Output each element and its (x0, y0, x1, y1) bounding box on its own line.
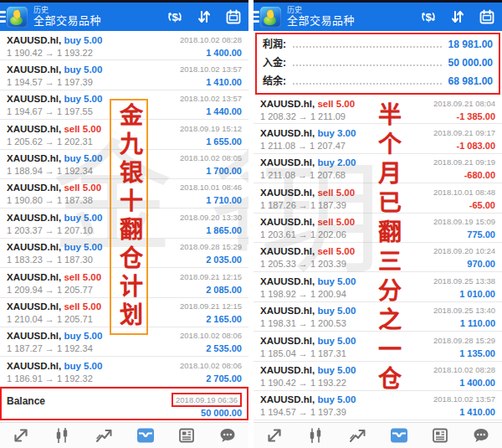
summary-value: 18 981.00 (448, 39, 493, 50)
messages-icon[interactable] (218, 426, 237, 445)
calendar-icon[interactable] (225, 8, 242, 25)
trade-symbol: XAUUSD.hl, (7, 183, 61, 193)
trade-datetime: 2018.09.28 15:29 (180, 240, 242, 254)
quotes-icon[interactable] (12, 426, 30, 445)
trade-side-volume: sell 5.00 (317, 246, 355, 256)
balance-amount: 50 000.00 (172, 408, 242, 418)
trade-side-volume: buy 5.00 (317, 276, 356, 286)
trade-symbol: XAUUSD.hl, (260, 217, 315, 227)
summary-label: 结余: (263, 73, 286, 87)
trade-profit: 1 410.00 (180, 76, 242, 89)
messages-icon[interactable] (472, 426, 490, 445)
trade-result: 2018.10.02 13:57 1 410.00 (180, 63, 242, 90)
trade-prices: 1 211.08 → 1 207.47 (260, 140, 356, 152)
trade-info: XAUUSD.hl, sell 5.00 1 187.26 → 1 187.39 (260, 186, 355, 213)
trade-symbol: XAUUSD.hl, (7, 331, 61, 341)
trade-info: XAUUSD.hl, buy 5.00 1 190.42 → 1 193.22 (7, 33, 102, 60)
calendar-icon[interactable] (479, 8, 495, 25)
trade-side-volume: sell 5.00 (317, 188, 355, 198)
table-row-trade[interactable]: XAUUSD.hl, buy 5.00 1 186.91 → 1 192.32 … (0, 357, 248, 386)
svg-text:$: $ (172, 11, 178, 23)
annotation-vertical-text: 半个月已翻三分之一仓 (376, 102, 399, 395)
table-row-trade[interactable]: XAUUSD.hl, buy 5.00 1 194.57 → 1 197.39 … (0, 60, 248, 90)
currency-exchange-icon[interactable]: $ (420, 8, 437, 25)
trade-prices: 1 190.80 → 1 187.38 (7, 194, 101, 207)
trade-info: XAUUSD.hl, buy 5.00 1 186.91 → 1 192.32 (7, 359, 102, 386)
trade-prices: 1 203.61 → 1 202.06 (260, 229, 355, 241)
trade-side-volume: sell 5.00 (64, 272, 101, 282)
history-icon[interactable] (136, 426, 154, 445)
trade-profit: 1 010.00 (433, 288, 495, 301)
balance-datetime: 2018.09.19 06:36 (172, 393, 242, 407)
trade-info: XAUUSD.hl, buy 3.00 1 211.08 → 1 207.47 (260, 126, 356, 153)
trade-side-volume: buy 5.00 (317, 394, 356, 404)
trade-side-volume: buy 5.00 (317, 306, 356, 316)
news-icon[interactable] (431, 426, 449, 445)
trade-result: 2018.09.19 15:12 1 655.00 (180, 122, 242, 149)
trade-datetime: 2018.10.02 13:57 (433, 393, 495, 406)
trade-datetime: 2018.09.21 12:15 (180, 300, 242, 313)
summary-value: 50 000.00 (448, 57, 493, 69)
news-icon[interactable] (177, 426, 196, 445)
trade-symbol: XAUUSD.hl, (260, 336, 315, 346)
trade-symbol: XAUUSD.hl, (7, 361, 61, 371)
trade-profit: -1 385.00 (433, 111, 495, 123)
table-row-trade[interactable]: XAUUSD.hl, buy 5.00 1 190.42 → 1 193.22 … (0, 31, 248, 60)
trade-side-volume: buy 5.00 (64, 94, 102, 104)
charts-icon[interactable] (306, 426, 325, 445)
trade-prices: 1 208.32 → 1 211.09 (260, 111, 355, 123)
trade-datetime: 2018.10.02 08:28 (433, 363, 495, 377)
trade-result: 2018.09.21 09:17 -1 083.00 (433, 126, 495, 153)
trade-icon[interactable] (95, 426, 113, 445)
trade-datetime: 2018.10.02 08:06 (180, 359, 242, 373)
trade-profit: 2 085.00 (180, 284, 242, 296)
trade-info: XAUUSD.hl, buy 5.00 1 185.04 → 1 187.31 (260, 334, 356, 361)
table-row-trade[interactable]: XAUUSD.hl, buy 5.00 1 194.57 → 1 197.39 … (254, 391, 502, 420)
trade-icon[interactable] (348, 426, 366, 445)
header-icon-strip: $ (166, 8, 248, 25)
quotes-icon[interactable] (265, 426, 284, 445)
trade-side-volume: buy 5.00 (64, 64, 102, 75)
header-titles: 历史 全部交易品种 (33, 7, 101, 27)
charts-icon[interactable] (53, 426, 71, 445)
trade-side-volume: buy 5.00 (64, 153, 102, 163)
hamburger-menu-icon[interactable] (0, 11, 4, 23)
trade-datetime: 2018.10.02 13:57 (180, 92, 242, 106)
history-icon[interactable] (389, 426, 407, 445)
trade-symbol: XAUUSD.hl, (7, 64, 61, 75)
trade-datetime: 2018.10.02 13:57 (180, 63, 242, 76)
summary-label: 利润: (263, 36, 286, 50)
trade-info: XAUUSD.hl, sell 5.00 1 205.33 → 1 203.39 (260, 245, 355, 271)
trade-prices: 1 194.67 → 1 197.55 (7, 106, 102, 118)
trade-symbol: XAUUSD.hl, (7, 153, 61, 163)
trade-datetime: 2018.09.21 09:19 (433, 156, 495, 169)
trade-datetime: 2018.09.28 15:29 (433, 334, 495, 348)
trade-info: XAUUSD.hl, buy 5.00 1 194.57 → 1 197.39 (7, 63, 102, 90)
sort-icon[interactable] (449, 8, 466, 25)
trade-datetime: 2018.09.19 15:12 (180, 122, 242, 136)
trade-info: XAUUSD.hl, buy 5.00 1 188.94 → 1 192.34 (7, 152, 102, 178)
trade-info: XAUUSD.hl, buy 5.00 1 203.37 → 1 207.10 (7, 211, 102, 238)
trade-result: 2018.09.19 15:09 775.00 (433, 215, 495, 242)
trade-datetime: 2018.09.19 15:09 (433, 215, 495, 229)
trade-symbol: XAUUSD.hl, (260, 276, 315, 286)
dotted-leader (293, 83, 442, 85)
trade-result: 2018.09.20 10:24 970.00 (433, 245, 495, 271)
sort-icon[interactable] (196, 8, 213, 25)
trade-datetime: 2018.10.01 08:46 (180, 181, 242, 194)
trade-info: XAUUSD.hl, buy 5.00 1 183.23 → 1 187.30 (7, 240, 102, 267)
bottom-toolbar (0, 422, 248, 448)
dotted-leader (293, 46, 442, 48)
trade-side-volume: buy 5.00 (64, 213, 102, 223)
currency-exchange-icon[interactable]: $ (166, 8, 183, 25)
app-header: 历史 全部交易品种 $ (0, 0, 248, 31)
hamburger-menu-icon[interactable] (254, 11, 258, 23)
trade-prices: 1 190.42 → 1 193.22 (260, 377, 356, 389)
trade-result: 2018.09.25 13:38 1 010.00 (433, 275, 495, 301)
trade-prices: 1 210.04 → 1 205.71 (7, 313, 101, 326)
trade-result: 2018.10.02 08:06 2 705.00 (180, 359, 242, 386)
trade-symbol: XAUUSD.hl, (7, 242, 61, 252)
balance-row[interactable]: Balance2018.09.19 06:3650 000.00 (0, 387, 248, 420)
trade-profit: 1 865.00 (180, 224, 242, 237)
trade-profit: 970.00 (433, 258, 495, 270)
